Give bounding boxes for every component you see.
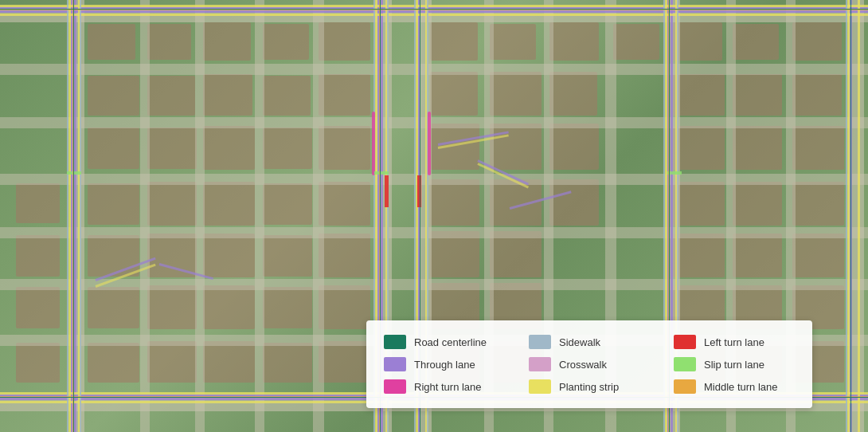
legend-swatch-planting-strip xyxy=(529,379,551,394)
legend-swatch-road-centerline xyxy=(384,335,406,349)
legend-label-crosswalk: Crosswalk xyxy=(559,359,607,371)
legend-swatch-right-turn-lane xyxy=(384,379,406,394)
legend-label-left-turn-lane: Left turn lane xyxy=(704,336,764,348)
legend-label-road-centerline: Road centerline xyxy=(414,336,487,348)
legend-label-through-lane: Through lane xyxy=(414,359,475,371)
legend-item-road-centerline: Road centerline xyxy=(384,335,505,349)
legend-swatch-left-turn-lane xyxy=(674,335,696,349)
legend-swatch-through-lane xyxy=(384,357,406,371)
legend-label-planting-strip: Planting strip xyxy=(559,381,619,393)
legend-item-left-turn-lane: Left turn lane xyxy=(674,335,795,349)
legend-item-sidewalk: Sidewalk xyxy=(529,335,650,349)
legend-swatch-middle-turn-lane xyxy=(674,379,696,394)
legend-label-right-turn-lane: Right turn lane xyxy=(414,381,482,393)
legend-label-slip-turn-lane: Slip turn lane xyxy=(704,359,764,371)
legend-label-middle-turn-lane: Middle turn lane xyxy=(704,381,778,393)
legend-item-crosswalk: Crosswalk xyxy=(529,357,650,371)
legend-item-slip-turn-lane: Slip turn lane xyxy=(674,357,795,371)
legend-swatch-sidewalk xyxy=(529,335,551,349)
legend-swatch-crosswalk xyxy=(529,357,551,371)
legend-item-middle-turn-lane: Middle turn lane xyxy=(674,379,795,394)
legend-item-right-turn-lane: Right turn lane xyxy=(384,379,505,394)
legend-swatch-slip-turn-lane xyxy=(674,357,696,371)
legend-item-through-lane: Through lane xyxy=(384,357,505,371)
legend-item-planting-strip: Planting strip xyxy=(529,379,650,394)
map-legend: Road centerlineSidewalkLeft turn laneThr… xyxy=(366,320,812,408)
legend-label-sidewalk: Sidewalk xyxy=(559,336,600,348)
